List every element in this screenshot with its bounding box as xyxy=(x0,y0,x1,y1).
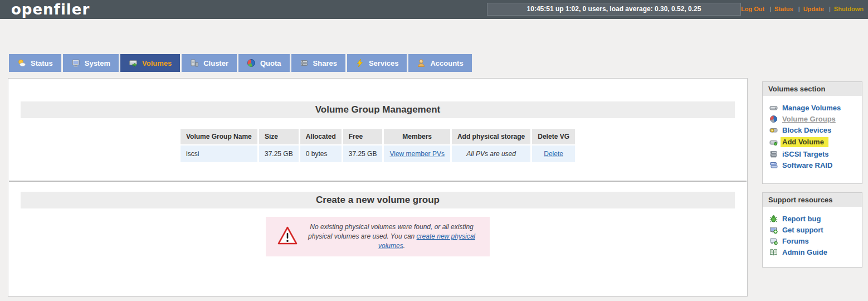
iscsi-target-icon xyxy=(769,150,778,158)
col-header-allocated: Allocated xyxy=(300,129,342,144)
disk-arrow-icon xyxy=(129,59,138,67)
section-title-create-volume-group: Create a new volume group xyxy=(21,192,735,208)
cell-volume-group-name: iscsi xyxy=(181,145,257,162)
sidebar-item-manage-volumes[interactable]: Manage Volumes xyxy=(763,103,862,114)
section-divider xyxy=(9,181,747,182)
support-resources-panel: Support resources Report bug Get support… xyxy=(762,192,862,268)
volumes-section-list: Manage Volumes Volume Groups Block Devic… xyxy=(763,103,862,171)
sidebar-item-report-bug[interactable]: Report bug xyxy=(763,213,862,225)
tab-label: System xyxy=(85,59,110,67)
warning-message: No existing physical volumes were found,… xyxy=(298,222,490,250)
monitor-icon xyxy=(71,59,80,67)
disk-group-icon xyxy=(769,115,778,123)
sidebar-item-label: Volume Groups xyxy=(782,115,836,123)
sidebar-item-label: Manage Volumes xyxy=(782,104,841,112)
main-content-panel: Volume Group Management Volume Group Nam… xyxy=(8,78,748,297)
shutdown-link[interactable]: Shutdown xyxy=(826,6,864,12)
tab-label: Cluster xyxy=(203,59,228,67)
sidebar-item-label: Add Volume xyxy=(781,137,828,147)
sidebar-item-label: Admin Guide xyxy=(782,248,827,256)
col-header-size: Size xyxy=(259,129,299,144)
server-icon xyxy=(300,59,309,67)
sidebar-item-label: Forums xyxy=(782,237,809,245)
block-device-icon xyxy=(769,126,778,134)
tab-status[interactable]: Status xyxy=(9,54,61,72)
tab-label: Quota xyxy=(260,59,281,67)
volumes-section-title: Volumes section xyxy=(763,82,862,96)
tab-quota[interactable]: Quota xyxy=(238,54,290,72)
support-resources-title: Support resources xyxy=(763,193,862,207)
view-member-pvs-link[interactable]: View member PVs xyxy=(389,150,444,158)
cell-free: 37.25 GB xyxy=(343,145,383,162)
tab-label: Accounts xyxy=(430,59,463,67)
no-physical-volumes-warning: No existing physical volumes were found,… xyxy=(266,217,490,256)
tab-volumes[interactable]: Volumes xyxy=(120,54,180,72)
lightning-icon xyxy=(355,59,364,67)
sidebar-item-label: iSCSI Targets xyxy=(782,150,829,158)
disk-icon xyxy=(769,104,778,112)
sidebar-item-label: Software RAID xyxy=(782,161,832,169)
cell-add-physical-storage: All PVs are used xyxy=(452,145,530,162)
tab-system[interactable]: System xyxy=(63,54,119,72)
col-header-delete-vg: Delete VG xyxy=(532,129,575,144)
tab-label: Shares xyxy=(313,59,337,67)
sidebar-item-label: Report bug xyxy=(782,215,821,223)
tab-shares[interactable]: Shares xyxy=(291,54,345,72)
top-bar: openfiler 10:45:51 up 1:02, 0 users, loa… xyxy=(0,0,868,19)
weather-icon xyxy=(17,59,26,67)
tab-label: Volumes xyxy=(142,59,172,67)
cell-allocated: 0 bytes xyxy=(300,145,342,162)
sidebar-item-label: Get support xyxy=(782,226,823,234)
status-link[interactable]: Status xyxy=(766,6,793,12)
tab-services[interactable]: Services xyxy=(347,54,407,72)
delete-vg-link[interactable]: Delete xyxy=(544,150,563,158)
uptime-status: 10:45:51 up 1:02, 0 users, load average:… xyxy=(487,3,741,16)
raid-icon xyxy=(769,161,778,169)
sidebar-item-software-raid[interactable]: Software RAID xyxy=(763,160,862,171)
logout-link[interactable]: Log Out xyxy=(741,6,764,12)
col-header-volume-group-name: Volume Group Name xyxy=(181,129,257,144)
volumes-section-panel: Volumes section Manage Volumes Volume Gr… xyxy=(762,81,862,184)
warning-text-after: . xyxy=(403,242,405,250)
book-icon xyxy=(769,248,778,256)
bug-icon xyxy=(769,215,778,223)
section-title-volume-group-management: Volume Group Management xyxy=(21,101,735,118)
topbar-links: Log Out Status Update Shutdown xyxy=(741,6,864,12)
sidebar-item-volume-groups[interactable]: Volume Groups xyxy=(763,114,862,125)
pie-chart-icon xyxy=(247,59,256,67)
forum-icon xyxy=(769,237,778,245)
table-header-row: Volume Group Name Size Allocated Free Me… xyxy=(181,129,575,144)
openfiler-logo: openfiler xyxy=(11,1,90,18)
col-header-free: Free xyxy=(343,129,383,144)
sidebar-item-forums[interactable]: Forums xyxy=(763,236,862,247)
cell-size: 37.25 GB xyxy=(259,145,299,162)
support-resources-list: Report bug Get support Forums Admin Guid… xyxy=(763,213,862,258)
sidebar-item-add-volume[interactable]: Add Volume xyxy=(763,136,862,149)
warning-triangle-icon xyxy=(277,226,298,248)
volume-group-table-wrap: Volume Group Name Size Allocated Free Me… xyxy=(8,128,747,163)
sidebar-item-label: Block Devices xyxy=(782,126,831,134)
cluster-icon xyxy=(190,59,199,67)
add-volume-icon xyxy=(769,138,778,147)
update-link[interactable]: Update xyxy=(795,6,824,12)
sidebar-item-admin-guide[interactable]: Admin Guide xyxy=(763,247,862,258)
sidebar-item-get-support[interactable]: Get support xyxy=(763,225,862,236)
main-nav-tabs: Status System Volumes Cluster Quota Shar… xyxy=(9,54,472,72)
col-header-members: Members xyxy=(384,129,450,144)
col-header-add-physical-storage: Add physical storage xyxy=(452,129,530,144)
sidebar-item-iscsi-targets[interactable]: iSCSI Targets xyxy=(763,149,862,160)
user-icon xyxy=(417,59,426,67)
tab-label: Services xyxy=(369,59,399,67)
support-icon xyxy=(769,226,778,234)
tab-label: Status xyxy=(31,59,53,67)
tab-cluster[interactable]: Cluster xyxy=(182,54,237,72)
volume-group-table: Volume Group Name Size Allocated Free Me… xyxy=(179,128,577,163)
sidebar-item-block-devices[interactable]: Block Devices xyxy=(763,125,862,136)
table-row: iscsi 37.25 GB 0 bytes 37.25 GB View mem… xyxy=(181,145,575,162)
tab-accounts[interactable]: Accounts xyxy=(408,54,471,72)
